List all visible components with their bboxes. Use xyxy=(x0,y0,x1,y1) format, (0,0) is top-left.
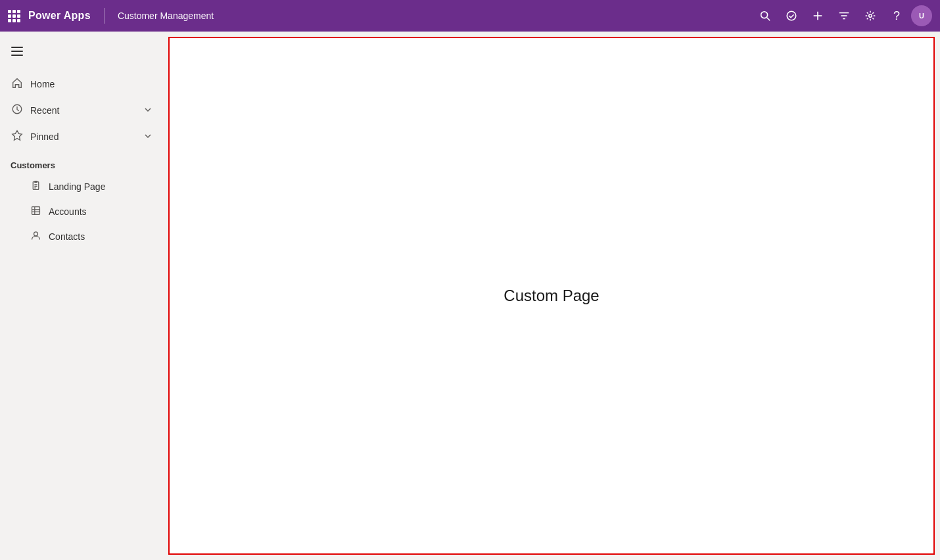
help-button[interactable]: ? xyxy=(885,4,908,28)
main-area: Home Recent Pinn xyxy=(0,32,940,560)
clock-icon xyxy=(11,103,24,118)
content-area: Custom Page xyxy=(163,32,940,560)
content-frame: Custom Page xyxy=(168,37,935,555)
svg-point-2 xyxy=(787,11,796,20)
target-icon xyxy=(786,10,797,22)
svg-line-1 xyxy=(767,18,770,21)
topbar-divider xyxy=(104,8,105,24)
search-icon xyxy=(759,10,771,22)
search-button[interactable] xyxy=(753,4,777,28)
sidebar-item-accounts-label: Accounts xyxy=(49,206,87,217)
avatar[interactable]: U xyxy=(911,5,932,26)
pinned-chevron-icon xyxy=(143,131,153,143)
target-button[interactable] xyxy=(780,4,803,28)
pin-icon xyxy=(11,129,24,144)
filter-button[interactable] xyxy=(832,4,856,28)
help-label: ? xyxy=(893,9,900,23)
sidebar-item-contacts[interactable]: Contacts xyxy=(3,225,160,248)
settings-button[interactable] xyxy=(858,4,882,28)
customers-section-header: Customers xyxy=(0,150,163,174)
sidebar-item-home-label: Home xyxy=(30,79,153,89)
avatar-initials: U xyxy=(919,12,924,20)
add-button[interactable] xyxy=(806,4,830,28)
topbar: Power Apps Customer Management xyxy=(0,0,940,32)
svg-point-0 xyxy=(761,12,768,18)
sidebar-item-contacts-label: Contacts xyxy=(49,231,85,242)
recent-chevron-icon xyxy=(143,105,153,116)
sidebar-item-landing-page[interactable]: Landing Page xyxy=(3,175,160,198)
sidebar-item-pinned[interactable]: Pinned xyxy=(3,124,160,149)
clipboard-icon xyxy=(29,180,42,193)
sidebar-item-recent-label: Recent xyxy=(30,105,137,116)
add-icon xyxy=(812,10,824,22)
sidebar: Home Recent Pinn xyxy=(0,32,163,560)
app-name: Power Apps xyxy=(28,10,91,22)
sidebar-item-recent[interactable]: Recent xyxy=(3,98,160,123)
app-context: Customer Management xyxy=(118,11,214,21)
accounts-icon xyxy=(29,205,42,218)
hamburger-button[interactable] xyxy=(5,39,29,63)
sidebar-item-accounts[interactable]: Accounts xyxy=(3,200,160,223)
hamburger-line-1 xyxy=(11,47,23,48)
custom-page-label: Custom Page xyxy=(504,287,599,305)
topbar-right: ? U xyxy=(753,4,932,28)
person-icon xyxy=(29,230,42,243)
topbar-left: Power Apps Customer Management xyxy=(8,8,214,24)
svg-rect-15 xyxy=(32,207,39,215)
sidebar-item-landing-page-label: Landing Page xyxy=(49,181,105,192)
hamburger-line-2 xyxy=(11,51,23,52)
filter-icon xyxy=(838,10,850,22)
sidebar-item-pinned-label: Pinned xyxy=(30,131,137,142)
svg-point-19 xyxy=(34,232,37,236)
sidebar-item-home[interactable]: Home xyxy=(3,72,160,97)
hamburger-line-3 xyxy=(11,55,23,56)
settings-icon xyxy=(864,10,876,22)
waffle-icon[interactable] xyxy=(8,10,20,22)
svg-rect-10 xyxy=(33,182,39,190)
home-icon xyxy=(11,77,24,91)
svg-point-8 xyxy=(869,14,872,18)
